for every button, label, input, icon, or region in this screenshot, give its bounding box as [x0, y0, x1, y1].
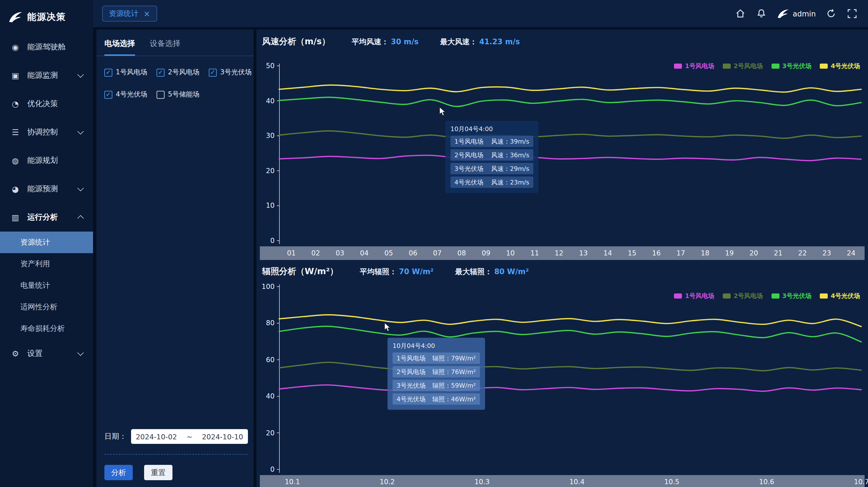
tooltip-value: 辐照：76W/m² — [432, 367, 476, 376]
y-axis-label: 10 — [257, 202, 275, 210]
legend-label: 2号风电场 — [734, 292, 763, 300]
legend-item-1号风电场[interactable]: 1号风电场 — [674, 62, 714, 70]
filter-panel-bottom: 日期： 2024-10-02 ~ 2024-10-10 分析 重置 — [104, 429, 248, 480]
x-axis-labels: 10.110.210.310.410.510.610.7 — [279, 475, 868, 487]
checkbox-4号光伏场[interactable]: ✓4号光伏场 — [104, 90, 157, 99]
plot-area — [277, 286, 866, 475]
legend-item-1号风电场[interactable]: 1号风电场 — [674, 292, 714, 300]
chart-title: 风速分析（m/s） — [262, 36, 330, 47]
cursor-pointer — [384, 323, 392, 333]
tab-resource-statistics[interactable]: 资源统计 × — [102, 6, 157, 22]
fullscreen-icon[interactable] — [846, 8, 858, 19]
plot-area — [277, 66, 866, 246]
sidebar-item-label: 设置 — [27, 348, 42, 359]
series-line-4号光伏场 — [279, 85, 861, 92]
legend-item-2号风电场[interactable]: 2号风电场 — [723, 62, 763, 70]
checkbox-5号储能场[interactable]: 5号储能场 — [157, 90, 209, 99]
sidebar-item-label: 运行分析 — [27, 212, 58, 222]
sidebar-menu: ◉能源驾驶舱▣能源监测◔优化决策☰协调控制◍能源规划◕能源预测▥运行分析资源统计… — [0, 33, 93, 368]
legend-swatch — [723, 64, 731, 69]
sidebar-item-能源规划[interactable]: ◍能源规划 — [0, 147, 93, 175]
sidebar-item-能源监测[interactable]: ▣能源监测 — [0, 61, 93, 90]
sidebar-item-协调控制[interactable]: ☰协调控制 — [0, 118, 93, 147]
legend-item-4号光伏场[interactable]: 4号光伏场 — [820, 62, 860, 70]
chevron-down-icon — [78, 349, 84, 356]
settings-icon: ⚙ — [10, 349, 21, 358]
date-end-value: 2024-10-10 — [202, 432, 243, 441]
user-menu[interactable]: admin — [777, 8, 816, 19]
sidebar-item-能源驾驶舱[interactable]: ◉能源驾驶舱 — [0, 33, 93, 61]
x-axis-label: 12 — [555, 249, 564, 257]
chart-header: 风速分析（m/s）平均风速：30 m/s最大风速：41.23 m/s — [262, 36, 520, 47]
bell-icon[interactable] — [756, 8, 767, 19]
date-separator: ~ — [187, 432, 193, 441]
checkbox-1号风电场[interactable]: ✓1号风电场 — [104, 67, 157, 77]
refresh-icon[interactable] — [826, 8, 837, 19]
series-line-2号风电场 — [279, 362, 861, 371]
sidebar-subitem-资产利用[interactable]: 资产利用 — [0, 253, 93, 275]
analyze-button[interactable]: 分析 — [104, 465, 133, 480]
sidebar-item-运行分析[interactable]: ▥运行分析 — [0, 203, 93, 232]
legend-item-3号光伏场[interactable]: 3号光伏场 — [771, 292, 811, 300]
legend-item-4号光伏场[interactable]: 4号光伏场 — [820, 292, 860, 300]
y-axis-label: 0 — [257, 237, 275, 245]
wind-speed-chart: 风速分析（m/s）平均风速：30 m/s最大风速：41.23 m/s1号风电场2… — [256, 30, 868, 487]
tooltip-value: 风速：39m/s — [491, 137, 529, 146]
legend-swatch — [723, 294, 731, 299]
x-axis-label: 08 — [457, 249, 466, 257]
y-axis-label: 40 — [257, 97, 275, 105]
tooltip-series-name: 3号光伏场 — [455, 164, 483, 173]
sidebar-item-label: 能源预测 — [27, 184, 58, 194]
tooltip-series-name: 4号光伏场 — [455, 178, 483, 186]
filter-tabs: 电场选择设备选择 — [96, 30, 254, 56]
sidebar-subitem-电量统计[interactable]: 电量统计 — [0, 275, 93, 296]
checkbox-2号风电场[interactable]: ✓2号风电场 — [157, 67, 209, 77]
x-axis-label: 15 — [628, 249, 637, 257]
cursor-pointer — [439, 107, 447, 117]
x-axis-label: 13 — [579, 249, 588, 257]
legend-item-2号风电场[interactable]: 2号风电场 — [723, 292, 763, 300]
chevron-down-icon — [78, 185, 84, 191]
dashboard-icon: ◉ — [10, 42, 21, 52]
checkbox-3号光伏场[interactable]: ✓3号光伏场 — [209, 67, 261, 77]
x-axis-label: 05 — [384, 249, 393, 257]
x-axis-label: 10.5 — [664, 478, 679, 486]
tooltip-row: 2号风电场辐照：76W/m² — [393, 366, 480, 377]
legend-label: 2号风电场 — [734, 62, 763, 70]
filter-tab-设备选择[interactable]: 设备选择 — [150, 39, 180, 56]
legend-item-3号光伏场[interactable]: 3号光伏场 — [771, 62, 811, 70]
filter-tab-电场选择[interactable]: 电场选择 — [104, 39, 135, 56]
checkbox-checked-icon: ✓ — [104, 91, 112, 98]
sidebar-item-设置[interactable]: ⚙设置 — [0, 339, 93, 368]
field-checkbox-group: ✓1号风电场✓2号风电场✓3号光伏场✓4号光伏场5号储能场 — [96, 56, 254, 99]
date-range-input[interactable]: 2024-10-02 ~ 2024-10-10 — [131, 429, 248, 444]
x-axis-label: 10.4 — [569, 478, 584, 486]
tooltip-row: 3号光伏场风速：29m/s — [451, 163, 533, 174]
optimize-icon: ◔ — [10, 99, 21, 109]
control-icon: ☰ — [10, 128, 21, 137]
sidebar-item-优化决策[interactable]: ◔优化决策 — [0, 90, 93, 118]
chart-legend: 1号风电场2号风电场3号光伏场4号光伏场 — [674, 292, 860, 300]
chart-tooltip: 10月04号4:001号风电场辐照：79W/m²2号风电场辐照：76W/m²3号… — [388, 338, 485, 410]
x-axis-label: 20 — [749, 249, 758, 257]
sidebar-subitem-适网性分析[interactable]: 适网性分析 — [0, 296, 93, 318]
sidebar-subitem-寿命损耗分析[interactable]: 寿命损耗分析 — [0, 318, 93, 339]
x-axis-label: 03 — [336, 249, 344, 257]
tab-label: 资源统计 — [109, 8, 138, 19]
x-axis-label: 10.7 — [854, 478, 868, 486]
checkbox-checked-icon: ✓ — [157, 68, 164, 77]
series-line-4号光伏场 — [279, 315, 861, 326]
legend-label: 4号光伏场 — [831, 292, 860, 300]
reset-button[interactable]: 重置 — [144, 465, 173, 480]
chart-header: 辐照分析（W/m²）平均辐照：70 W/m²最大辐照：80 W/m² — [262, 266, 529, 277]
charts-panel: 风速分析（m/s）平均风速：30 m/s最大风速：41.23 m/s1号风电场2… — [256, 30, 868, 487]
home-icon[interactable] — [735, 8, 746, 19]
legend-label: 4号光伏场 — [831, 62, 860, 70]
tooltip-series-name: 3号光伏场 — [397, 381, 426, 390]
filter-panel: 电场选择设备选择 ✓1号风电场✓2号风电场✓3号光伏场✓4号光伏场5号储能场 日… — [96, 30, 254, 487]
y-axis-label: 30 — [257, 132, 275, 140]
sidebar-subitem-资源统计[interactable]: 资源统计 — [0, 232, 93, 253]
tab-close-icon[interactable]: × — [144, 10, 150, 18]
tooltip-value: 风速：36m/s — [491, 151, 529, 159]
sidebar-item-能源预测[interactable]: ◕能源预测 — [0, 175, 93, 203]
